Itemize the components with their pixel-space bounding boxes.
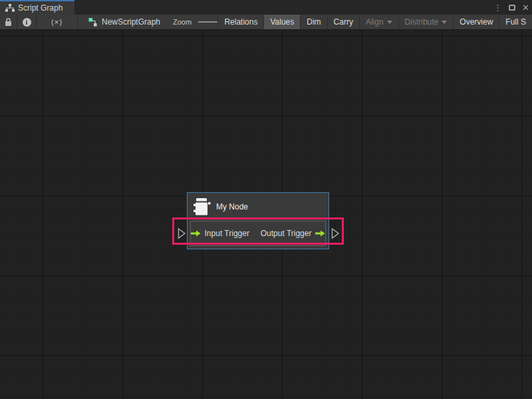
input-port-triangle-icon[interactable] (177, 227, 186, 239)
toolbar-button-carry[interactable]: Carry (327, 15, 359, 29)
graph-tree-icon (5, 4, 15, 12)
toolbar-button-overview[interactable]: Overview (453, 15, 499, 29)
lock-icon (5, 18, 12, 27)
toolbar-button-dim[interactable]: Dim (300, 15, 327, 29)
toolbar-button-values[interactable]: Values (263, 15, 300, 29)
input-trigger-label: Input Trigger (205, 229, 249, 238)
unit-node-icon (194, 197, 211, 217)
code-toggle-button[interactable]: ⟨×⟩ (37, 15, 78, 29)
lock-button[interactable] (0, 15, 17, 29)
maximize-icon[interactable] (509, 5, 515, 11)
graph-name-label: NewScriptGraph (102, 17, 160, 27)
code-toggle-icon: ⟨×⟩ (51, 18, 63, 27)
node-title: My Node (216, 202, 248, 211)
info-button[interactable]: i (17, 15, 37, 29)
zoom-label: Zoom (173, 18, 192, 26)
toolbar-button-group: Relations Values Dim Carry Align Distrib… (217, 15, 532, 29)
window-controls: ⋮ ✕ (493, 0, 529, 15)
toolbar-dropdown-distribute[interactable]: Distribute (398, 15, 454, 29)
node-my-node[interactable]: My Node Input Trigger Output Trigger (187, 192, 329, 249)
info-icon: i (23, 18, 31, 27)
title-bar: Script Graph ⋮ ✕ (0, 0, 532, 15)
toolbar-dropdown-align[interactable]: Align (359, 15, 398, 29)
node-header[interactable]: My Node (188, 193, 329, 221)
toolbar-button-relations[interactable]: Relations (217, 15, 263, 29)
output-port-triangle-icon[interactable] (331, 227, 340, 239)
toolbar-button-fullscreen[interactable]: Full S (499, 15, 532, 29)
chevron-down-icon (442, 21, 447, 24)
window-menu-icon[interactable]: ⋮ (493, 3, 502, 12)
tab-script-graph[interactable]: Script Graph (0, 0, 74, 15)
node-port-row[interactable]: Input Trigger Output Trigger (190, 221, 326, 246)
flow-arrow-icon (191, 229, 201, 237)
graph-name-breadcrumb[interactable]: NewScriptGraph (88, 15, 160, 29)
script-graph-asset-icon (88, 17, 98, 27)
tab-title: Script Graph (18, 3, 63, 13)
flow-arrow-icon (315, 229, 325, 237)
graph-toolbar: i ⟨×⟩ NewScriptGraph Zoom 1x Relations (0, 15, 532, 29)
close-icon[interactable]: ✕ (522, 3, 529, 12)
script-graph-window: Script Graph ⋮ ✕ i ⟨×⟩ New (0, 0, 532, 399)
output-trigger-label: Output Trigger (261, 229, 312, 238)
chevron-down-icon (387, 21, 392, 24)
graph-canvas[interactable]: My Node Input Trigger Output Trigger (0, 29, 532, 399)
